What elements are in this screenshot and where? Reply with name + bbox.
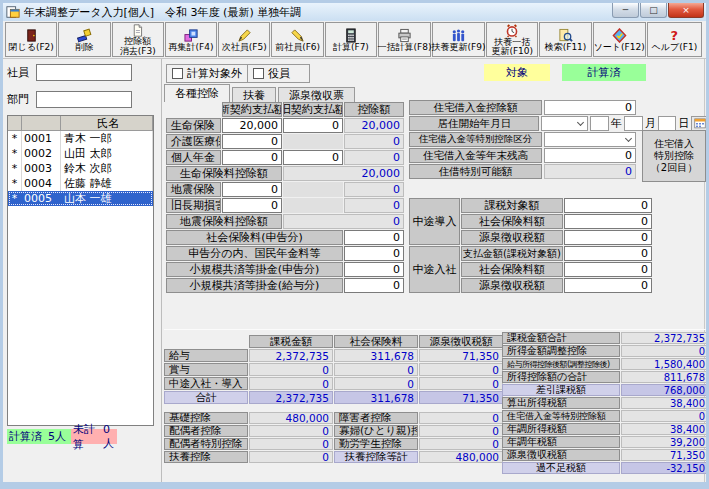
year-input[interactable]: [590, 116, 609, 131]
housing-special-deduction-value: 0: [621, 410, 709, 422]
toolbar-clear-deduction-button[interactable]: 控除額消去(F3): [112, 22, 164, 57]
app-window: 年末調整データ入力[個人] 令和 3年度 (最新) 単独年調 ─ □ × 閉じる…: [0, 0, 709, 489]
computed-income-tax-label: 算出所得税額: [502, 397, 620, 409]
midway-join-group-label: 中途入社: [409, 246, 460, 293]
toolbar-calculate-button[interactable]: 計算(F7): [325, 22, 377, 57]
disability-deduction-value: 0: [419, 412, 503, 424]
era-select[interactable]: [541, 116, 588, 131]
care-insurance-new-input[interactable]: 0: [222, 134, 282, 149]
employee-filter-row: 社員: [7, 64, 132, 81]
social-insurance-amount-input[interactable]: 0: [564, 262, 652, 277]
employee-row[interactable]: * 0002 山田 太郎: [8, 146, 153, 161]
midway-social: 0: [334, 377, 418, 390]
day-unit: 日: [678, 116, 689, 131]
personal-pension-deduction: 0: [344, 150, 404, 165]
housing-loan-deduction-value: 0: [544, 100, 636, 115]
housing-loan-balance-input[interactable]: 0: [544, 148, 636, 163]
department-input[interactable]: [36, 91, 132, 108]
employee-row[interactable]: * 0003 鈴木 次郎: [8, 161, 153, 176]
withholding-tax-input[interactable]: 0: [564, 278, 652, 293]
maximize-button[interactable]: □: [640, 3, 667, 18]
national-pension-input[interactable]: 0: [344, 246, 404, 261]
toolbar-search-button[interactable]: 検索(F11): [539, 22, 591, 57]
social-insurance-declared-label: 社会保険料(申告分): [166, 230, 343, 245]
checkbox-icon: [253, 68, 264, 79]
personal-pension-old-input[interactable]: 0: [283, 150, 343, 165]
old-longterm-damage-label: 旧長期損害保険: [166, 198, 221, 213]
detail-panel: 計算対象外 役員 対象 計算済 各種控除 扶養 源泉徴収票 新契約支払額 旧契約…: [161, 59, 705, 486]
content-area: 社員 部門 氏名 * 0001 青木 一郎 * 0002: [3, 59, 706, 486]
toolbar-recalc-button[interactable]: 再集計(F4): [165, 22, 217, 57]
toolbar-dependent-update-button[interactable]: 扶養更新(F9): [432, 22, 485, 57]
working-student-deduction-label: 勤労学生控除: [334, 438, 418, 450]
annual-tax-value: 39,200: [621, 436, 709, 448]
care-insurance-deduction: 0: [344, 134, 404, 149]
social-insurance-amount-input[interactable]: 0: [564, 214, 652, 229]
deduction-total-label: 所得控除額の合計: [502, 371, 620, 383]
col-header-new-contract: 新契約支払額: [222, 102, 282, 117]
tab-withholding-slip[interactable]: 源泉徴収票: [278, 87, 355, 102]
withholding-tax-label: 源泉徴収税額: [461, 278, 563, 293]
withholding-tax-input[interactable]: 0: [564, 230, 652, 245]
social-insurance-declared-input[interactable]: 0: [344, 230, 404, 245]
toolbar-delete-button[interactable]: 削除: [58, 22, 110, 57]
life-insurance-new-input[interactable]: 20,000: [222, 118, 282, 133]
life-insurance-old-input[interactable]: 0: [283, 118, 343, 133]
deduction-total-value: 811,678: [621, 371, 709, 383]
officer-checkbox[interactable]: 役員: [247, 65, 295, 82]
month-unit: 月: [645, 116, 656, 131]
bonus-withholding: 0: [419, 363, 503, 376]
col-header-withholding: 源泉徴収税額: [419, 335, 503, 348]
toolbar-next-employee-button[interactable]: 次社員(F5): [218, 22, 270, 57]
calculated-status: 計算済5人: [7, 429, 71, 444]
salary-social: 311,678: [334, 349, 418, 362]
uncalculated-status: 未計算0人: [71, 429, 117, 444]
old-longterm-damage-disabled: [283, 198, 343, 213]
taxable-amount-input[interactable]: 0: [564, 198, 652, 213]
exclude-from-calc-checkbox[interactable]: 計算対象外: [167, 65, 247, 82]
life-insurance-total-label: 生命保険料控除額: [166, 166, 282, 181]
housing-loan-section: 住宅借入金控除額 0 居住開始年月日 年 月 日: [409, 100, 709, 180]
salary-withholding: 71,350: [419, 349, 503, 362]
toolbar-dependent-batch-update-button[interactable]: 扶養一括更新(F10): [486, 22, 538, 57]
eraser-icon: [77, 28, 92, 43]
tab-deductions[interactable]: 各種控除: [164, 84, 230, 102]
calculator-icon: [343, 28, 358, 43]
quake-insurance-input[interactable]: 0: [222, 182, 282, 197]
tab-dependents[interactable]: 扶養: [232, 87, 276, 102]
minimize-button[interactable]: ─: [612, 3, 639, 18]
salary-taxable: 2,372,735: [249, 349, 333, 362]
employee-input[interactable]: [36, 64, 132, 81]
personal-pension-new-input[interactable]: 0: [222, 150, 282, 165]
close-button[interactable]: ×: [668, 3, 704, 18]
target-badge: 対象: [484, 64, 550, 81]
month-input[interactable]: [624, 116, 643, 131]
checkbox-icon: [172, 68, 183, 79]
midway-row-label: 中途入社・導入: [164, 377, 248, 390]
employee-row[interactable]: * 0004 佐藤 静雄: [8, 176, 153, 191]
recalc-icon: [184, 28, 199, 43]
toolbar-sort-button[interactable]: ソート(F12): [593, 22, 646, 57]
employee-row-selected[interactable]: * 0005 山本 一雄: [8, 191, 153, 206]
housing-loan-second-button[interactable]: 住宅借入 特別控除 （2回目）: [642, 130, 706, 182]
dependent-deduction-value: 0: [249, 451, 333, 463]
small-mutual-declared-input[interactable]: 0: [344, 262, 404, 277]
salary-row-label: 給与: [164, 349, 248, 362]
midway-section: 中途導入 課税対象額 0 社会保険料額 0 源泉徴収税額 0 中途入社 支払金額…: [409, 198, 652, 293]
employee-list-header: 氏名: [8, 116, 153, 131]
old-longterm-damage-deduction: 0: [344, 198, 404, 213]
toolbar-prev-employee-button[interactable]: 前社員(F6): [271, 22, 323, 57]
toolbar: 閉じる(F2) 削除 控除額消去(F3) 再集計(F4) 次社員(F5) 前社員…: [3, 21, 706, 59]
old-longterm-damage-input[interactable]: 0: [222, 198, 282, 213]
payment-amount-input[interactable]: 0: [564, 246, 652, 261]
calendar-button[interactable]: [691, 116, 709, 131]
toolbar-batch-calculate-button[interactable]: 一括計算(F8): [378, 22, 431, 57]
toolbar-close-button[interactable]: 閉じる(F2): [5, 22, 57, 57]
income-adjustment-value: 0: [621, 345, 709, 357]
small-mutual-salary-input[interactable]: 0: [344, 278, 404, 293]
toolbar-help-button[interactable]: ? ヘルプ(F1): [647, 22, 702, 57]
day-input[interactable]: [658, 116, 677, 131]
housing-loan-category-select[interactable]: [544, 132, 636, 147]
pencil-icon: [237, 28, 252, 43]
employee-row[interactable]: * 0001 青木 一郎: [8, 131, 153, 146]
